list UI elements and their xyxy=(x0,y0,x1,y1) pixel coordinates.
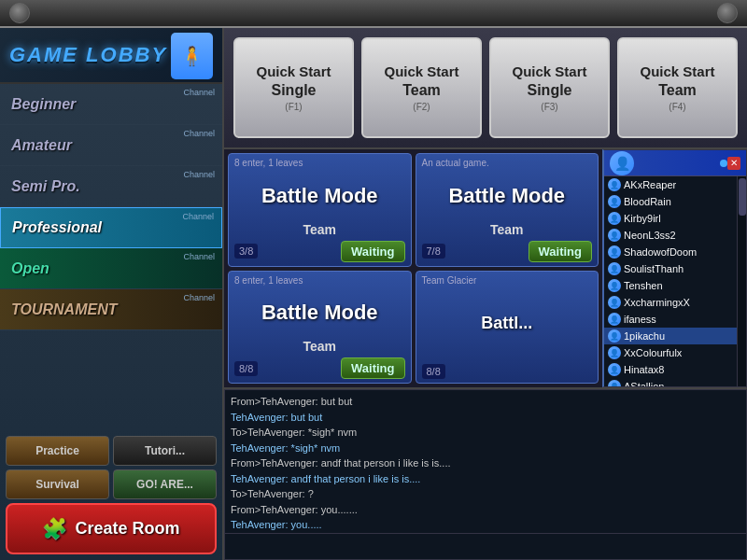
chat-msg-9: TehAvenger: you..... xyxy=(231,517,740,533)
user1-avatar: 👤 xyxy=(608,178,621,191)
user-item-11[interactable]: 👤 XxColourfulx xyxy=(604,344,746,361)
user-item-8[interactable]: 👤 XxcharmingxX xyxy=(604,294,746,311)
user-item-7[interactable]: 👤 Tenshen xyxy=(604,277,746,294)
survival-button[interactable]: Survival xyxy=(6,469,109,499)
room-card-2[interactable]: An actual game. Battle Mode Team 7/8 Wai… xyxy=(416,153,599,267)
quick-start-single-f1[interactable]: Quick Start Single (F1) xyxy=(233,37,354,138)
room1-sub: Team xyxy=(234,222,405,237)
qs2-shortcut: (F2) xyxy=(413,101,430,113)
user2-name: BloodRain xyxy=(624,196,671,207)
right-area: Quick Start Single (F1) Quick Start Team… xyxy=(224,28,747,560)
user4-avatar: 👤 xyxy=(608,229,621,242)
user1-name: AKxReaper xyxy=(624,179,676,190)
user-item-10[interactable]: 👤 1pikachu xyxy=(604,328,746,344)
quick-start-single-f3[interactable]: Quick Start Single (F3) xyxy=(489,37,610,138)
circle-left xyxy=(9,3,30,23)
user-status-dot xyxy=(720,160,727,167)
user-list-close-button[interactable]: ✕ xyxy=(727,157,740,170)
sidebar-item-professional[interactable]: Channel Professional xyxy=(0,207,222,248)
amateur-label: Amateur xyxy=(11,137,211,154)
create-room-label: Create Room xyxy=(75,519,179,539)
beginner-label: Beginner xyxy=(11,96,211,113)
user-list-avatar: 👤 xyxy=(610,151,634,175)
tournament-channel-label: Channel xyxy=(183,293,215,302)
room2-info: An actual game. xyxy=(422,158,593,168)
qs4-mode: Team xyxy=(658,81,697,101)
room1-players: 3/8 xyxy=(234,244,258,259)
room-card-1[interactable]: 8 enter, 1 leaves Battle Mode Team 3/8 W… xyxy=(228,153,412,267)
chat-input-row xyxy=(224,534,747,560)
logo-area: GAME LOBBY 🧍 xyxy=(0,28,222,84)
professional-label: Professional xyxy=(12,219,210,236)
room4-players: 8/8 xyxy=(422,364,445,379)
bottom-panel: From>TehAvenger: but but TehAvenger: but… xyxy=(224,387,747,560)
chat-area: From>TehAvenger: but but TehAvenger: but… xyxy=(224,389,747,560)
practice-button[interactable]: Practice xyxy=(6,436,109,466)
room1-info: 8 enter, 1 leaves xyxy=(234,158,405,168)
chat-msg-1: From>TehAvenger: but but xyxy=(231,394,740,410)
arena-button[interactable]: GO! ARE... xyxy=(113,469,217,499)
chat-msg-8: From>TehAvenger: you....... xyxy=(231,502,740,518)
user-item-3[interactable]: 👤 Kirby9irl xyxy=(604,210,746,227)
user3-name: Kirby9irl xyxy=(624,213,661,224)
top-bar xyxy=(0,0,747,28)
sidebar-item-amateur[interactable]: Channel Amateur xyxy=(0,125,222,166)
user-item-6[interactable]: 👤 SoulistThanh xyxy=(604,260,746,277)
user3-avatar: 👤 xyxy=(608,212,621,225)
sidebar: GAME LOBBY 🧍 Channel Beginner Channel Am… xyxy=(0,28,224,560)
user-item-12[interactable]: 👤 Hinatax8 xyxy=(604,361,746,378)
user8-name: XxcharmingxX xyxy=(624,297,690,308)
user-item-2[interactable]: 👤 BloodRain xyxy=(604,193,746,210)
user-item-1[interactable]: 👤 AKxReaper xyxy=(604,176,746,193)
room3-footer: 8/8 Waiting xyxy=(234,357,405,379)
user7-avatar: 👤 xyxy=(608,279,621,292)
chat-msg-5: From>TehAvenger: andf that person i like… xyxy=(231,455,740,471)
user-item-4[interactable]: 👤 NeonL3ss2 xyxy=(604,227,746,244)
qs3-mode: Single xyxy=(527,81,571,101)
room2-sub: Team xyxy=(422,222,593,237)
qs1-mode: Single xyxy=(271,81,316,101)
qs1-title: Quick Start xyxy=(256,63,331,81)
qs3-title: Quick Start xyxy=(512,63,586,81)
tutorial-button[interactable]: Tutori... xyxy=(113,436,217,466)
room-card-3[interactable]: 8 enter, 1 leaves Battle Mode Team 8/8 W… xyxy=(228,271,412,385)
user5-avatar: 👤 xyxy=(608,245,621,259)
user-list-scrollbar[interactable] xyxy=(737,176,746,386)
quick-start-team-f2[interactable]: Quick Start Team (F2) xyxy=(361,37,482,138)
user4-name: NeonL3ss2 xyxy=(624,230,676,241)
chat-msg-2: TehAvenger: but but xyxy=(231,410,740,426)
quick-start-team-f4[interactable]: Quick Start Team (F4) xyxy=(617,37,738,138)
room-card-4[interactable]: Team Glacier Battl... 8/8 xyxy=(416,271,599,385)
open-channel-label: Channel xyxy=(183,252,215,261)
sidebar-item-open[interactable]: Channel Open xyxy=(0,248,222,289)
sidebar-item-beginner[interactable]: Channel Beginner xyxy=(0,84,222,125)
chat-messages: From>TehAvenger: but but TehAvenger: but… xyxy=(224,389,747,534)
user-list-header: 👤 ✕ xyxy=(604,150,746,176)
user-scrollbar-thumb xyxy=(739,178,746,216)
sidebar-item-semi-pro[interactable]: Channel Semi Pro. xyxy=(0,166,222,207)
semipro-channel-label: Channel xyxy=(183,170,215,179)
room4-footer: 8/8 xyxy=(422,364,593,379)
top-left-circles xyxy=(9,3,30,23)
user-list-scroll[interactable]: 👤 AKxReaper 👤 BloodRain 👤 Kirby9irl 👤 Ne… xyxy=(604,176,746,386)
user-item-9[interactable]: 👤 ifaness xyxy=(604,311,746,328)
user2-avatar: 👤 xyxy=(608,195,621,208)
room1-title: Battle Mode xyxy=(234,184,405,208)
user5-name: ShadowofDoom xyxy=(624,246,697,258)
create-room-button[interactable]: 🧩 Create Room xyxy=(6,503,217,554)
user6-name: SoulistThanh xyxy=(624,263,684,274)
chat-msg-3: To>TehAvenger: *sigh* nvm xyxy=(231,425,740,441)
chat-msg-7: To>TehAvenger: ? xyxy=(231,486,740,502)
logo-text: GAME LOBBY xyxy=(9,43,167,67)
user7-name: Tenshen xyxy=(624,280,663,291)
circle-right xyxy=(717,3,738,23)
chat-input[interactable] xyxy=(224,534,747,560)
user-item-13[interactable]: 👤 AStallion xyxy=(604,378,746,386)
room3-info: 8 enter, 1 leaves xyxy=(234,275,405,286)
qs2-title: Quick Start xyxy=(384,63,458,81)
user-item-5[interactable]: 👤 ShadowofDoom xyxy=(604,244,746,260)
tournament-label: TOURNAMENT xyxy=(11,301,211,318)
sidebar-item-tournament[interactable]: Channel TOURNAMENT xyxy=(0,289,222,330)
room2-status: Waiting xyxy=(529,241,592,262)
user12-avatar: 👤 xyxy=(608,363,621,376)
